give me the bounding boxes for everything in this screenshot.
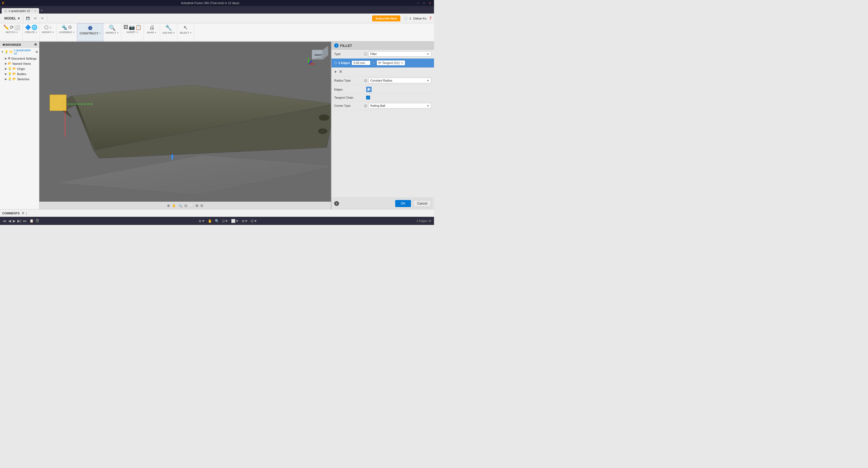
browser-item-root[interactable]: ▼ 💡 📁 x quadcopter v2 ⚙ [0, 48, 39, 56]
checkbox-check: ✓ [367, 96, 369, 99]
radius-type-dropdown[interactable]: Constant Radius ▼ [368, 78, 431, 83]
zoom-tool[interactable]: 🔍 [178, 204, 182, 208]
model-dropdown-button[interactable]: MODEL ▼ [2, 15, 23, 22]
timeline-record-button[interactable]: 📋 [30, 219, 34, 223]
comments-settings-icon[interactable]: ⚙ [22, 211, 24, 215]
help-button[interactable]: ❓ [429, 16, 432, 20]
orbit-tool[interactable]: ⊕ [167, 204, 170, 208]
tab-icon: 🗋 [4, 9, 7, 12]
pan-status-tool[interactable]: ✋ [208, 219, 212, 223]
timeline-play-button[interactable]: ▶ [13, 219, 16, 223]
edge-mm-arrow[interactable]: ▼ [372, 62, 375, 65]
browser-item-origin[interactable]: ▶ 💡 📂 Origin [0, 66, 39, 71]
fit-tool[interactable]: ⊡ [184, 204, 187, 208]
select-label: SELECT ▼ [180, 31, 192, 34]
remove-edge-set-button[interactable]: ✕ [339, 69, 342, 74]
timeline-prev-button[interactable]: ◀ [8, 219, 11, 223]
modify-label: MODIFY ▼ [42, 31, 54, 34]
undo-button[interactable]: ↩ [33, 15, 38, 21]
fillet-help-button[interactable]: i [334, 201, 339, 206]
zoom-window-tool[interactable]: ⊡▼ [222, 219, 228, 223]
save-button[interactable]: 💾 [24, 15, 31, 21]
browser-title: BROWSER [5, 43, 21, 46]
subscribe-button[interactable]: Subscribe Now [372, 15, 400, 22]
make-group[interactable]: 🖨 MAKE ▼ [144, 23, 160, 41]
browser-item-bodies[interactable]: ▶ 💡 📂 Bodies [0, 71, 39, 76]
viewport[interactable]: RIGHT ⊕ ✋ 🔍 ⊡ ⬜ ⊞ ⊟ [39, 42, 331, 209]
add-edge-set-button[interactable]: + [334, 69, 337, 74]
browser-collapse-icon[interactable]: ◀ [2, 43, 4, 46]
document-tab[interactable]: 🗋 x quadcopter v2 * ✕ [2, 8, 39, 13]
sketch-group[interactable]: ✏️ ⟳ ⬜ SKETCH ▼ [1, 23, 23, 41]
expand-arrow-doc[interactable]: ▶ [5, 57, 7, 60]
sketch-label: SKETCH ▼ [5, 31, 18, 34]
comments-expand-icon[interactable]: | [26, 212, 27, 215]
expand-arrow-sketches[interactable]: ▶ [5, 77, 7, 80]
display-mode-tool[interactable]: ⊞ [195, 204, 198, 208]
create-group[interactable]: 🔷 🌐 CREATE ▼ [23, 23, 40, 41]
assemble-group[interactable]: 🔩 ⚙ ASSEMBLE ▼ [57, 23, 77, 41]
grid-display-tool[interactable]: ⊞▼ [242, 219, 248, 223]
cancel-button[interactable]: Cancel [413, 200, 431, 207]
grid-tool[interactable]: ⊟ [200, 204, 203, 208]
viewport-tools-bar: ⊕▼ ✋ 🔍 ⊡▼ ⬜▼ ⊞▼ ⊟▼ [198, 219, 257, 223]
timeline-next-button[interactable]: ▶| [18, 219, 22, 223]
edge-tangent-dropdown[interactable]: ⟳ Tangent (G1) ▼ [376, 60, 405, 66]
maximize-button[interactable]: □ [422, 1, 426, 5]
edges-select-button[interactable] [366, 87, 372, 92]
browser-item-named-views[interactable]: ▶ 📂 Named Views [0, 61, 39, 66]
corner-type-dropdown[interactable]: Rolling Ball ▼ [368, 103, 431, 108]
ok-button[interactable]: OK [395, 200, 411, 207]
construct-group[interactable]: ⬟ CONSTRUCT ▼ [77, 23, 103, 41]
fillet-header: i FILLET [332, 42, 434, 49]
fillet-type-dropdown[interactable]: Fillet ▼ [368, 51, 431, 57]
inspect-label: INSPECT ▼ [105, 31, 119, 34]
timeline-camera-button[interactable]: 🎬 [35, 219, 39, 223]
redo-button[interactable]: ↪ [39, 15, 45, 21]
orbit-status-tool[interactable]: ⊕▼ [198, 219, 205, 223]
browser-settings-icon[interactable]: ⚙ [34, 43, 37, 46]
insert-group[interactable]: 🖼 📷 📋 INSERT ▼ [121, 23, 144, 41]
browser-item-sketches[interactable]: ▶ 💡 📂 Sketches [0, 76, 39, 81]
fillet-title: FILLET [340, 44, 352, 48]
visibility-icon-root[interactable]: 💡 [5, 50, 8, 54]
close-button[interactable]: ✕ [428, 1, 432, 5]
expand-arrow-named[interactable]: ▶ [5, 62, 7, 65]
modify-group[interactable]: ⬡ ⬦ MODIFY ▼ [40, 23, 57, 41]
edge-mm-input[interactable]: 5.00 mm [351, 60, 371, 65]
settings-status-icon[interactable]: ⚙ [429, 219, 431, 223]
pan-tool[interactable]: ✋ [172, 204, 176, 208]
viewport-layout-tool[interactable]: ⊟▼ [251, 219, 257, 223]
view-cube-tool[interactable]: ⬜ [189, 204, 193, 208]
zoom-status-tool[interactable]: 🔍 [215, 219, 219, 223]
expand-arrow-root[interactable]: ▼ [1, 51, 4, 54]
tab-dirty-indicator: * [31, 9, 33, 12]
new-tab-button[interactable]: + [39, 7, 44, 13]
add-ins-group[interactable]: 🔧 ADD-INS ▼ [160, 23, 177, 41]
viewport-toolbar: ⊕ ✋ 🔍 ⊡ ⬜ ⊞ ⊟ [39, 202, 331, 209]
tangent-chain-checkbox[interactable]: ✓ [366, 96, 370, 99]
navigation-cube[interactable]: RIGHT [307, 44, 328, 66]
fillet-panel: i FILLET Type ⬡ Fillet ▼ ⬡ 2 Edges 5.00 … [331, 42, 434, 209]
add-ins-label: ADD-INS ▼ [162, 31, 175, 34]
timeline-last-button[interactable]: ⏭ [23, 219, 27, 223]
expand-arrow-origin[interactable]: ▶ [5, 67, 7, 70]
sketch-icons: ✏️ ⟳ ⬜ [3, 24, 20, 30]
minimize-button[interactable]: ─ [416, 1, 420, 5]
select-group[interactable]: ↖ SELECT ▼ [177, 23, 194, 41]
display-mode-status-tool[interactable]: ⬜▼ [231, 219, 239, 223]
tab-close-button[interactable]: ✕ [34, 9, 36, 12]
timeline-first-button[interactable]: ⏮ [3, 219, 6, 223]
visibility-icon-sketches[interactable]: 💡 [8, 77, 12, 81]
visibility-icon-bodies[interactable]: 💡 [8, 72, 12, 76]
ribbon: ✏️ ⟳ ⬜ SKETCH ▼ 🔷 🌐 CREATE ▼ ⬡ ⬦ MODIFY … [0, 23, 434, 42]
fillet-type-selected: Fillet [370, 52, 376, 56]
expand-arrow-bodies[interactable]: ▶ [5, 72, 7, 75]
user-label[interactable]: Dahye Ko [413, 17, 426, 20]
fillet-type-label: Type [334, 52, 364, 56]
root-settings-icon[interactable]: ⚙ [35, 51, 38, 54]
inspect-group[interactable]: 🔍 INSPECT ▼ [103, 23, 121, 41]
visibility-icon-origin[interactable]: 💡 [8, 67, 12, 70]
svg-point-6 [319, 114, 330, 121]
browser-item-doc-settings[interactable]: ▶ ⚙ Document Settings [0, 56, 39, 61]
